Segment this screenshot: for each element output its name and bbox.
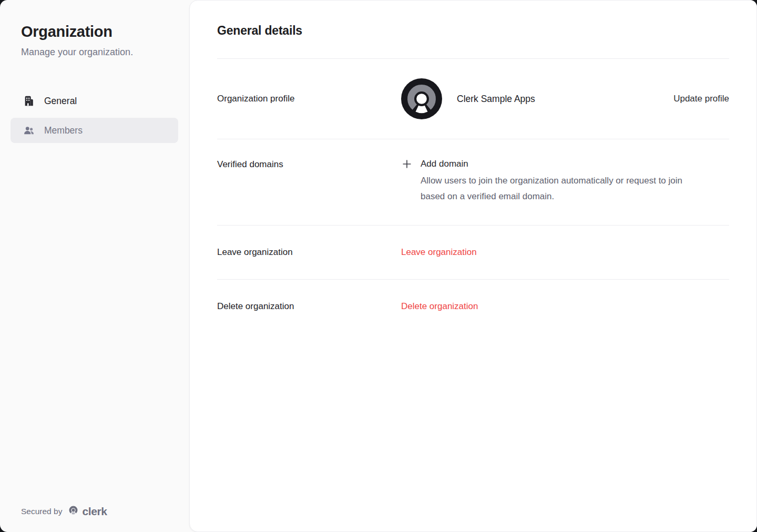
delete-organization-button[interactable]: Delete organization: [401, 301, 478, 312]
row-label: Delete organization: [217, 301, 401, 312]
delete-organization-row: Delete organization Delete organization: [217, 279, 729, 333]
leave-organization-button[interactable]: Leave organization: [401, 247, 477, 258]
sidebar-title: Organization: [21, 23, 189, 40]
verified-domains-row: Verified domains Add domain Allow users …: [217, 139, 729, 225]
verified-domains-description: Allow users to join the organization aut…: [421, 173, 704, 204]
secured-by-footer: Secured by clerk: [21, 504, 107, 518]
add-domain-label: Add domain: [421, 159, 468, 169]
general-details-panel: General details Organization profile Cle…: [189, 0, 757, 532]
row-label: Organization profile: [217, 94, 401, 104]
building-icon: [23, 95, 35, 107]
row-label: Leave organization: [217, 247, 401, 258]
sidebar-subtitle: Manage your organization.: [21, 47, 189, 58]
sidebar-item-label: Members: [44, 125, 83, 136]
sidebar-item-general[interactable]: General: [11, 88, 178, 114]
clerk-logo-icon: [67, 504, 79, 518]
page-title: General details: [217, 1, 729, 58]
organization-profile-row: Organization profile Clerk Sample Apps U…: [217, 58, 729, 139]
organization-name: Clerk Sample Apps: [457, 94, 535, 105]
clerk-wordmark: clerk: [82, 505, 107, 518]
sidebar-item-label: General: [44, 96, 77, 107]
leave-organization-row: Leave organization Leave organization: [217, 225, 729, 279]
sidebar: Organization Manage your organization. G…: [0, 0, 189, 532]
organization-avatar: [401, 78, 442, 119]
organization-settings-modal: Organization Manage your organization. G…: [0, 0, 757, 532]
secured-by-text: Secured by: [21, 507, 62, 516]
row-label: Verified domains: [217, 158, 401, 170]
plus-icon: [401, 158, 413, 170]
update-profile-button[interactable]: Update profile: [673, 94, 729, 104]
add-domain-button[interactable]: Add domain: [401, 158, 468, 170]
sidebar-item-members[interactable]: Members: [11, 118, 178, 143]
users-icon: [23, 125, 35, 136]
clerk-brand-link[interactable]: clerk: [67, 504, 107, 518]
sidebar-nav: General Members: [11, 88, 178, 143]
